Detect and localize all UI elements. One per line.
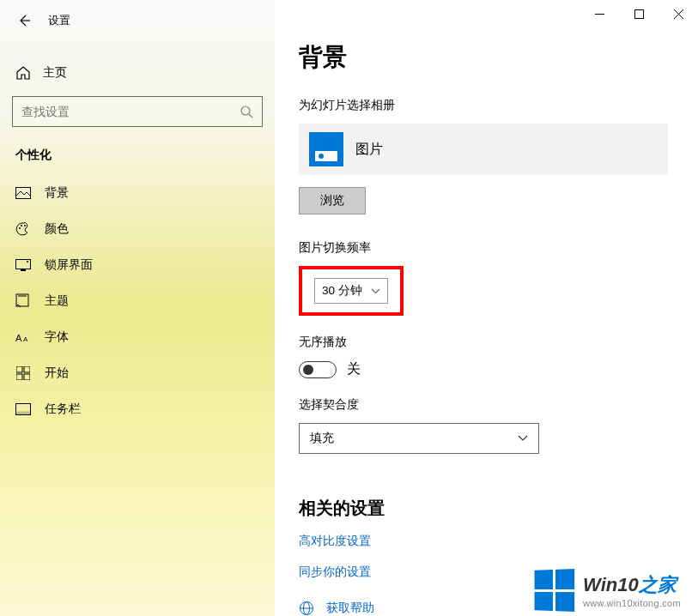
window-controls (580, 0, 698, 34)
svg-point-6 (24, 225, 26, 226)
svg-line-2 (249, 114, 252, 118)
svg-rect-21 (634, 9, 643, 18)
svg-point-4 (19, 227, 21, 229)
fit-label: 选择契合度 (299, 397, 674, 413)
album-section-label: 为幻灯片选择相册 (299, 98, 674, 113)
theme-icon (15, 293, 31, 309)
titlebar-left: 设置 (0, 0, 275, 41)
sidebar-item-taskbar[interactable]: 任务栏 (0, 391, 275, 427)
frequency-dropdown[interactable]: 30 分钟 (314, 278, 388, 304)
frequency-highlight-box: 30 分钟 (299, 266, 404, 316)
close-button[interactable] (659, 0, 698, 27)
svg-rect-8 (21, 269, 26, 271)
watermark-url: www.win10xitong.com (583, 598, 681, 608)
sidebar-item-label: 任务栏 (45, 402, 81, 417)
app-title: 设置 (48, 13, 70, 28)
shuffle-state: 关 (347, 360, 361, 378)
chevron-down-icon (371, 288, 380, 294)
sidebar-item-label: 锁屏界面 (45, 257, 93, 273)
sidebar-item-colors[interactable]: 颜色 (0, 211, 275, 247)
sidebar-item-label: 开始 (45, 365, 69, 381)
search-input-wrap[interactable] (12, 96, 263, 127)
font-icon: AA (15, 329, 31, 345)
shuffle-toggle[interactable] (299, 361, 337, 378)
palette-icon (15, 221, 31, 237)
minimize-button[interactable] (580, 0, 619, 27)
back-button[interactable] (15, 12, 33, 29)
svg-rect-19 (16, 412, 31, 415)
minimize-icon (595, 9, 604, 19)
link-high-contrast[interactable]: 高对比度设置 (299, 534, 674, 549)
svg-point-9 (27, 261, 28, 263)
start-icon (15, 365, 31, 381)
frequency-value: 30 分钟 (322, 283, 362, 299)
sidebar-item-label: 颜色 (45, 221, 69, 237)
frequency-label: 图片切换频率 (299, 240, 674, 256)
taskbar-icon (15, 402, 31, 417)
svg-rect-14 (16, 366, 22, 372)
help-label: 获取帮助 (326, 601, 374, 616)
close-icon (674, 9, 683, 19)
sidebar-item-lockscreen[interactable]: 锁屏界面 (0, 247, 275, 283)
category-header: 个性化 (0, 142, 275, 175)
page-title: 背景 (299, 41, 674, 74)
arrow-left-icon (17, 14, 31, 27)
maximize-button[interactable] (619, 0, 659, 27)
chevron-down-icon (518, 435, 528, 442)
svg-rect-3 (16, 188, 31, 199)
svg-rect-17 (24, 374, 30, 380)
content-pane: 背景 为幻灯片选择相册 图片 浏览 图片切换频率 30 分钟 无序播放 (275, 0, 698, 616)
fit-value: 填充 (310, 431, 334, 446)
sidebar-item-label: 背景 (45, 185, 69, 201)
sidebar-item-label: 字体 (45, 329, 69, 345)
browse-button[interactable]: 浏览 (299, 187, 366, 214)
svg-rect-15 (24, 366, 30, 372)
svg-text:A: A (15, 333, 22, 343)
fit-dropdown[interactable]: 填充 (299, 423, 539, 454)
help-icon (299, 601, 314, 616)
sidebar-item-themes[interactable]: 主题 (0, 283, 275, 319)
folder-pictures-icon (309, 132, 343, 166)
sidebar: 设置 主页 个性化 背景 (0, 0, 275, 616)
svg-text:A: A (23, 335, 28, 343)
picture-icon (15, 185, 31, 201)
sidebar-item-background[interactable]: 背景 (0, 175, 275, 211)
sidebar-item-label: 主题 (45, 293, 69, 309)
svg-rect-16 (16, 374, 22, 380)
maximize-icon (634, 9, 644, 19)
related-settings-title: 相关的设置 (299, 497, 674, 520)
home-button[interactable]: 主页 (0, 57, 275, 89)
album-row[interactable]: 图片 (299, 124, 668, 175)
svg-rect-7 (16, 260, 31, 269)
lockscreen-icon (15, 257, 31, 273)
sidebar-item-fonts[interactable]: AA 字体 (0, 319, 275, 355)
search-input[interactable] (21, 105, 240, 118)
toggle-knob (303, 365, 313, 375)
svg-point-1 (241, 106, 250, 115)
search-icon (240, 105, 253, 118)
watermark: Win10之家 www.win10xitong.com (533, 570, 681, 611)
watermark-brand: Win10之家 (583, 572, 681, 598)
home-label: 主页 (43, 65, 67, 81)
sidebar-item-start[interactable]: 开始 (0, 355, 275, 391)
windows-logo-icon (535, 569, 575, 612)
shuffle-label: 无序播放 (299, 335, 674, 350)
album-name: 图片 (355, 141, 383, 159)
svg-point-5 (21, 225, 22, 226)
home-icon (15, 65, 31, 81)
